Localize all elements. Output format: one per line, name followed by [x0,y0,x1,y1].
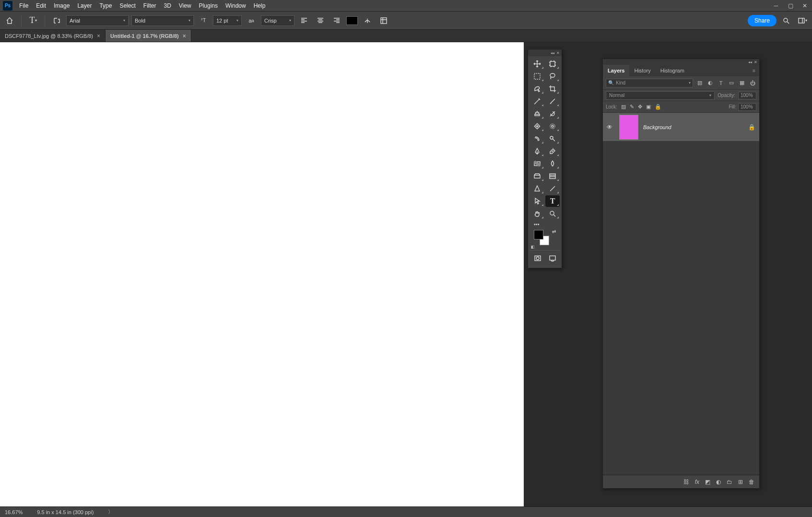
zoom-tool[interactable] [545,208,560,219]
document-dimensions[interactable]: 9.5 in x 14.5 in (300 ppi) [37,509,94,515]
eyedropper-tool[interactable] [530,96,544,107]
layer-row[interactable]: 👁 Background 🔒 [603,113,759,142]
blend-mode-select[interactable]: Normal▾ [606,91,715,100]
link-layers-icon[interactable]: ⛓ [683,479,689,485]
history-brush-tool[interactable] [545,108,560,120]
clone-stamp-tool[interactable] [530,108,544,120]
panel-header[interactable]: ◂◂✕ [528,49,562,56]
fill-input[interactable]: 100% [738,103,756,111]
menu-plugins[interactable]: Plugins [195,0,222,11]
filter-smart-icon[interactable]: ▦ [738,79,746,87]
lock-all-icon[interactable]: 🔒 [655,104,661,110]
menu-image[interactable]: Image [50,0,73,11]
text-color-swatch[interactable] [346,16,358,25]
color-swatches[interactable]: ⇄ ◧ [530,229,560,249]
layers-panel[interactable]: ◂◂✕ Layers History Histogram ≡ 🔍Kind▾ ▧ … [602,59,760,489]
document-tab[interactable]: DSCF9778_Ltv.jpg @ 8.33% (RGB/8)× [0,30,106,42]
maximize-button[interactable]: ▢ [783,0,798,12]
layer-name[interactable]: Background [643,124,671,130]
panel-menu-icon[interactable]: ≡ [749,65,759,76]
menu-3d[interactable]: 3D [160,0,175,11]
more-tools[interactable]: ••• [530,220,560,228]
screen-mode-button[interactable] [545,252,560,264]
warp-text-button[interactable] [361,14,374,27]
new-layer-icon[interactable]: ⊞ [738,479,743,485]
pen-tool[interactable] [530,145,544,157]
mask-icon[interactable]: ◩ [705,479,710,485]
filter-toggle[interactable]: ⏻ [749,79,756,87]
lock-brush-icon[interactable]: ✎ [630,104,634,110]
menu-window[interactable]: Window [222,0,250,11]
menu-view[interactable]: View [175,0,195,11]
search-button[interactable] [779,14,793,27]
share-button[interactable]: Share [748,15,777,26]
font-style-select[interactable]: Bold▾ [131,15,194,26]
toggle-orientation-icon[interactable] [50,14,63,27]
menu-edit[interactable]: Edit [32,0,50,11]
minimize-button[interactable]: ─ [769,0,783,12]
lock-artboard-icon[interactable]: ▣ [646,104,651,110]
collapse-icon[interactable]: ◂◂ [748,60,752,64]
fx-icon[interactable]: fx [695,479,699,485]
layer-lock-icon[interactable]: 🔒 [748,124,755,131]
tools-panel[interactable]: ◂◂✕ T •• [528,49,562,268]
menu-select[interactable]: Select [116,0,139,11]
pattern-stamp-tool[interactable] [545,120,560,132]
tab-close-icon[interactable]: × [97,33,100,39]
font-size-select[interactable]: 12 pt▾ [213,15,242,26]
paint-bucket-tool[interactable] [530,170,544,182]
tab-histogram[interactable]: Histogram [656,65,689,76]
filter-pixel-icon[interactable]: ▧ [696,79,704,87]
close-icon[interactable]: ✕ [556,51,560,55]
lock-transparent-icon[interactable]: ▨ [621,104,626,110]
eraser-tool[interactable] [545,145,560,157]
selection-tool[interactable] [530,83,544,95]
tab-close-icon[interactable]: × [183,33,186,39]
menu-layer[interactable]: Layer [73,0,95,11]
hand-tool[interactable] [530,208,544,219]
home-button[interactable] [3,14,16,27]
default-colors-icon[interactable]: ◧ [531,245,535,249]
zoom-level[interactable]: 16.67% [5,509,23,515]
status-expand-icon[interactable]: 〉 [108,508,113,516]
filter-adjust-icon[interactable]: ◐ [706,79,714,87]
lock-position-icon[interactable]: ✥ [638,104,642,110]
content-aware-tool[interactable] [545,170,560,182]
tab-layers[interactable]: Layers [603,65,629,76]
tool-preset-icon[interactable]: T▾ [26,14,40,27]
canvas[interactable] [0,42,524,506]
close-icon[interactable]: ✕ [754,60,757,64]
lasso-tool[interactable] [545,71,560,82]
move-tool[interactable] [530,58,544,70]
menu-file[interactable]: File [15,0,32,11]
document-tab[interactable]: Untitled-1 @ 16.7% (RGB/8)× [106,30,191,42]
type-tool[interactable]: T [545,195,560,207]
workspace-switcher[interactable]: ▾ [796,14,809,27]
antialias-select[interactable]: Crisp▾ [261,15,294,26]
align-center-button[interactable] [314,14,327,27]
align-right-button[interactable] [330,14,343,27]
quick-mask-button[interactable] [530,252,545,264]
shape-tool[interactable] [530,183,544,194]
artboard-tool[interactable] [545,58,560,70]
panel-header[interactable]: ◂◂✕ [603,59,759,65]
close-button[interactable]: ✕ [798,0,812,12]
tab-history[interactable]: History [629,65,655,76]
crop-tool[interactable] [545,83,560,95]
opacity-input[interactable]: 100% [738,92,756,99]
layer-list[interactable]: 👁 Background 🔒 [603,113,759,475]
blur-tool[interactable] [545,158,560,169]
filter-shape-icon[interactable]: ▭ [728,79,735,87]
collapse-icon[interactable]: ◂◂ [551,51,554,55]
dodge-tool[interactable] [545,133,560,144]
font-family-select[interactable]: Arial▾ [66,15,129,26]
menu-type[interactable]: Type [95,0,116,11]
swap-colors-icon[interactable]: ⇄ [552,229,556,234]
group-icon[interactable]: 🗀 [727,479,732,485]
gradient-tool[interactable] [530,158,544,169]
smudge-tool[interactable] [530,133,544,144]
adjustment-icon[interactable]: ◐ [716,479,721,485]
delete-layer-icon[interactable]: 🗑 [749,479,754,485]
foreground-color[interactable] [534,230,543,240]
menu-help[interactable]: Help [250,0,270,11]
